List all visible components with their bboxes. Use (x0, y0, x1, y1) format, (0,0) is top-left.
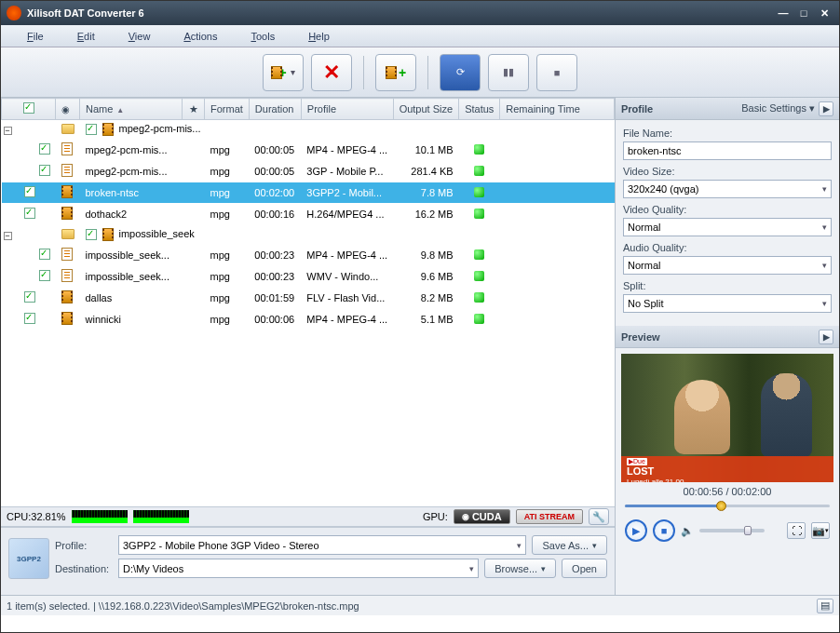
row-checkbox[interactable] (39, 270, 50, 281)
snapshot-button[interactable]: 📷▾ (811, 522, 830, 539)
col-profile[interactable]: Profile (301, 99, 393, 120)
table-row[interactable]: mpeg2-pcm-mis...mpg00:00:05MP4 - MPEG-4 … (2, 140, 615, 161)
row-checkbox[interactable] (24, 313, 35, 324)
app-logo-icon (7, 6, 21, 20)
profile-expand-button[interactable]: ▶ (819, 101, 833, 116)
row-output: 5.1 MB (393, 309, 458, 330)
play-button[interactable]: ▶ (625, 519, 647, 542)
col-star[interactable]: ★ (183, 99, 205, 120)
camera-icon: 📷 (812, 525, 825, 537)
table-row[interactable]: −impossible_seek (2, 225, 615, 245)
row-checkbox[interactable] (24, 186, 35, 197)
menu-view[interactable]: View (112, 28, 168, 45)
add-file-button[interactable]: + (263, 54, 304, 91)
file-table[interactable]: ◉ Name▲ ★ Format Duration Profile Output… (1, 98, 615, 506)
row-format: mpg (205, 140, 250, 161)
col-format[interactable]: Format (205, 99, 250, 120)
menu-edit[interactable]: Edit (61, 28, 112, 45)
menu-file[interactable]: File (10, 28, 61, 45)
expander-icon[interactable]: − (4, 232, 12, 240)
close-button[interactable]: ✕ (815, 6, 833, 20)
videosize-select[interactable]: 320x240 (qvga) (623, 180, 832, 198)
table-row[interactable]: dothack2mpg00:00:16H.264/MPEG4 ...16.2 M… (2, 204, 615, 225)
delete-icon: ✕ (323, 61, 340, 85)
table-row[interactable]: −mpeg2-pcm-mis... (2, 120, 615, 140)
table-row[interactable]: mpeg2-pcm-mis...mpg00:00:053GP - Mobile … (2, 161, 615, 182)
time-display: 00:00:56 / 00:02:00 (621, 482, 833, 499)
row-checkbox[interactable] (39, 143, 50, 155)
table-row[interactable]: winnickimpg00:00:06MP4 - MPEG-4 ...5.1 M… (2, 309, 615, 330)
row-checkbox[interactable] (86, 124, 97, 135)
statusbar-button[interactable]: ▤ (817, 599, 833, 613)
volume-slider[interactable] (699, 529, 765, 532)
row-checkbox[interactable] (86, 229, 97, 240)
film-icon (61, 207, 73, 220)
video-preview[interactable]: ▶Due LOST Lunedì alle 21.00 (621, 354, 833, 482)
seek-slider[interactable] (625, 499, 830, 512)
volume-icon[interactable]: 🔈 (681, 525, 694, 537)
menu-actions[interactable]: Actions (167, 28, 234, 45)
preview-expand-button[interactable]: ▶ (819, 330, 833, 344)
col-duration[interactable]: Duration (249, 99, 301, 120)
col-type[interactable]: ◉ (56, 99, 80, 120)
ati-badge: ATI STREAM (516, 509, 583, 524)
check-all[interactable] (23, 102, 34, 114)
row-duration: 00:00:05 (249, 161, 301, 182)
status-text: 1 item(s) selected. | \\192.168.0.223\Vi… (7, 600, 359, 612)
wrench-icon: 🔧 (592, 511, 605, 523)
status-ready-icon (474, 144, 484, 155)
row-profile: MP4 - MPEG-4 ... (301, 309, 393, 330)
row-name: mpeg2-pcm-mis... (80, 161, 183, 182)
profile-combo[interactable]: 3GPP2 - Mobile Phone 3GP Video - Stereo (118, 535, 526, 555)
row-checkbox[interactable] (24, 208, 35, 219)
status-ready-icon (474, 271, 484, 281)
pause-button[interactable]: ▮▮ (488, 54, 529, 91)
row-profile: 3GP - Mobile P... (301, 161, 393, 182)
row-output: 9.6 MB (393, 266, 458, 288)
col-status[interactable]: Status (459, 99, 500, 120)
minimize-button[interactable]: — (774, 6, 793, 20)
row-duration: 00:00:05 (249, 140, 301, 161)
fullscreen-button[interactable]: ⛶ (787, 522, 806, 539)
row-output: 16.2 MB (393, 204, 458, 225)
gpu-settings-button[interactable]: 🔧 (589, 508, 609, 525)
destination-label: Destination: (55, 563, 113, 574)
col-check[interactable] (2, 99, 56, 120)
convert-button[interactable]: ⟳ (440, 54, 481, 91)
stop-playback-button[interactable]: ■ (653, 519, 675, 542)
table-row[interactable]: impossible_seek...mpg00:00:23MP4 - MPEG-… (2, 245, 615, 266)
row-checkbox[interactable] (39, 165, 50, 176)
row-checkbox[interactable] (24, 291, 35, 303)
col-output[interactable]: Output Size (393, 99, 458, 120)
toolbar: + ✕ + ⟳ ▮▮ ■ (1, 47, 839, 98)
basic-settings-link[interactable]: Basic Settings ▾ (741, 102, 815, 114)
destination-combo[interactable]: D:\My Videos (118, 559, 479, 578)
statusbar: 1 item(s) selected. | \\192.168.0.223\Vi… (1, 595, 839, 615)
table-row[interactable]: dallasmpg00:01:59FLV - Flash Vid...8.2 M… (2, 288, 615, 309)
table-row[interactable]: broken-ntscmpg00:02:003GPP2 - Mobil...7.… (2, 182, 615, 204)
save-as-button[interactable]: Save As... (532, 535, 607, 555)
audioq-select[interactable]: Normal (623, 256, 832, 275)
menu-help[interactable]: Help (291, 28, 346, 45)
col-name[interactable]: Name▲ (80, 99, 183, 120)
open-button[interactable]: Open (562, 559, 607, 578)
col-remaining[interactable]: Remaining Time (500, 99, 615, 120)
browse-button[interactable]: Browse... (484, 559, 556, 578)
filename-input[interactable] (623, 141, 832, 160)
table-row[interactable]: impossible_seek...mpg00:00:23WMV - Windo… (2, 266, 615, 288)
stop-button[interactable]: ■ (536, 54, 577, 91)
profile-panel-header: Profile Basic Settings ▾ ▶ (616, 98, 839, 120)
delete-button[interactable]: ✕ (311, 54, 352, 91)
row-checkbox[interactable] (39, 249, 50, 260)
row-duration: 00:00:23 (249, 266, 301, 288)
row-name: winnicki (80, 309, 183, 330)
menubar: FileEditViewActionsToolsHelp (1, 25, 839, 47)
expander-icon[interactable]: − (4, 127, 12, 135)
menu-tools[interactable]: Tools (234, 28, 291, 45)
split-select[interactable]: No Split (623, 294, 832, 313)
maximize-button[interactable]: □ (794, 6, 813, 20)
titlebar: Xilisoft DAT Converter 6 — □ ✕ (1, 1, 839, 25)
videoq-select[interactable]: Normal (623, 218, 832, 236)
add-profile-button[interactable]: + (375, 54, 416, 91)
convert-icon: ⟳ (456, 66, 465, 78)
